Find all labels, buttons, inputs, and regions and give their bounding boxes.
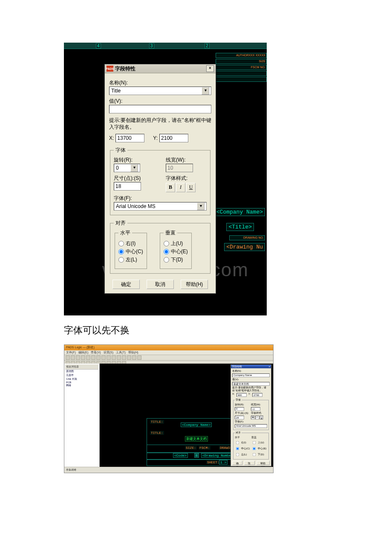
linewidth-label: 线宽(W): [166, 156, 207, 164]
tool-icon[interactable] [117, 356, 121, 360]
h-left-radio[interactable]: 左(L) [235, 452, 250, 457]
underline-button[interactable]: U [259, 416, 263, 419]
menu-item[interactable]: 设置(S) [104, 350, 113, 355]
ruler-tick: 4 [96, 43, 101, 49]
h-right-radio[interactable]: 右(I) [118, 240, 143, 247]
cancel-button[interactable]: 取消 [244, 461, 254, 465]
tool-icon[interactable] [107, 356, 111, 360]
x-input[interactable] [115, 134, 144, 142]
tool-icon[interactable] [71, 356, 75, 360]
y-input[interactable] [252, 393, 262, 397]
v-down-radio[interactable]: 下(D) [164, 256, 188, 263]
tool-icon[interactable] [76, 356, 80, 360]
menu-item[interactable]: 工具(T) [116, 350, 126, 355]
app-titlebar[interactable]: PADS Logic — (新建) [64, 345, 273, 350]
tree-node[interactable]: 元器件 [65, 373, 98, 377]
tool-icon[interactable] [66, 356, 70, 360]
fontstyle-label: 字体样式: [166, 175, 207, 182]
italic-button[interactable]: I [176, 183, 185, 192]
tree-node[interactable]: 网络 [65, 384, 98, 387]
menu-item[interactable]: 编辑(E) [78, 350, 88, 355]
tool-icon[interactable] [122, 356, 126, 360]
h-align-legend: 水平 [118, 229, 132, 237]
tree-node[interactable]: 原理图 [65, 370, 98, 373]
close-icon[interactable]: × [268, 365, 270, 368]
ruler-tick: 3 [149, 43, 154, 49]
drawing-placeholder: <Drawing Numbe [201, 453, 232, 458]
name-combo[interactable]: Title ▾ [109, 87, 211, 95]
v-center-radio[interactable]: 中心(E) [164, 248, 188, 255]
dialog-title: 字段特性 [115, 65, 206, 72]
fontface-combo[interactable]: Arial Unicode MS [235, 424, 267, 428]
tool-icon[interactable] [127, 356, 131, 360]
tool-icon[interactable] [86, 356, 90, 360]
y-input[interactable] [159, 134, 188, 142]
menu-item[interactable]: 文件(F) [66, 350, 76, 355]
menu-bar[interactable]: 文件(F) 编辑(E) 查看(V) 设置(S) 工具(T) 帮助(H) [64, 350, 273, 355]
fontface-label: 字体(F): [114, 195, 207, 202]
help-button[interactable]: 帮助(H) [181, 280, 208, 289]
tool-icon[interactable] [91, 356, 95, 360]
label-title2: TITLE: [150, 431, 164, 435]
help-button[interactable]: 帮助(H) [257, 461, 270, 465]
name-combo[interactable]: Company Name [232, 373, 270, 377]
v-down-radio[interactable]: 下(D) [251, 452, 266, 457]
dropdown-arrow-icon[interactable]: ▾ [197, 202, 205, 210]
dropdown-arrow-icon[interactable]: ▾ [130, 164, 138, 172]
tree-node[interactable]: CAE 封装 [65, 377, 98, 381]
value-input[interactable] [109, 105, 211, 113]
size-input[interactable] [235, 416, 244, 419]
close-button[interactable]: × [206, 65, 214, 72]
italic-button[interactable]: I [255, 416, 259, 419]
toolbar-1[interactable] [64, 355, 273, 361]
fontface-combo[interactable]: Arial Unicode MS ▾ [114, 202, 207, 211]
h-left-radio[interactable]: 左(L) [118, 256, 143, 263]
cad-canvas[interactable]: TITLE: <Company Name> TITLE: 新建文本文档 SIZE… [100, 364, 273, 468]
label-size: SIZE: [185, 446, 197, 450]
h-align-group: 水平 右(I) 中心(C) 左(L) [115, 229, 147, 269]
h-right-radio[interactable]: 右(I) [235, 440, 250, 445]
mini-dialog-titlebar[interactable]: 字段特性 × [231, 365, 271, 368]
underline-button[interactable]: U [186, 183, 196, 192]
cancel-button[interactable]: 取消 [147, 280, 174, 289]
h-center-radio[interactable]: 中心(C) [118, 248, 143, 255]
dialog-titlebar[interactable]: PADS 字段特性 × [105, 64, 216, 73]
v-up-radio[interactable]: 上(U) [164, 240, 188, 247]
menu-item[interactable]: 查看(V) [91, 350, 101, 355]
cad-company-placeholder: <Company Name> [214, 208, 265, 216]
label-fscm: FSCM: [199, 446, 210, 450]
field-properties-dialog: PADS 字段特性 × 名称(N): Title ▾ 值(V): 提示:要创建新… [104, 64, 216, 294]
tool-icon[interactable] [101, 356, 106, 360]
tb-dwg-header: DRAWING NO. [229, 235, 265, 240]
dropdown-arrow-icon[interactable]: ▾ [202, 87, 209, 95]
code-placeholder: <Code> [173, 453, 188, 458]
size-input[interactable] [114, 182, 141, 191]
tool-icon[interactable] [112, 356, 116, 360]
tb-header: AUTHORXXX XXXXX [216, 53, 267, 58]
h-center-radio[interactable]: 中心(C) [235, 446, 250, 451]
align-group: 对齐 水平 右(I) 中心(C) 左(L) 垂直 上(U) 中心(E) 下( [110, 220, 210, 274]
tool-icon[interactable] [137, 356, 141, 360]
tool-icon[interactable] [81, 356, 85, 360]
name-combo-value: Title [111, 88, 121, 94]
x-input[interactable] [236, 393, 247, 397]
ruler-tick: 2 [205, 43, 210, 49]
project-browser-header: 项目浏览器 [65, 364, 98, 370]
ok-button[interactable]: 确定 [232, 461, 242, 465]
tool-icon[interactable] [96, 356, 101, 360]
project-browser[interactable]: 项目浏览器 原理图 元器件 CAE 封装 PCB 网络 [64, 364, 100, 468]
rotation-combo[interactable]: 0 [235, 407, 244, 411]
v-center-radio[interactable]: 中心(E) [251, 446, 266, 451]
font-group: 字体 旋转(R): 0 ▾ 尺寸(点):(S) 线宽(W): [110, 147, 210, 215]
value-input[interactable]: 新建文本文档 [232, 382, 270, 386]
v-up-radio[interactable]: 上(U) [251, 440, 266, 445]
bold-button[interactable]: B [251, 416, 255, 419]
y-label: Y: [153, 135, 158, 141]
rotation-combo[interactable]: 0 ▾ [114, 164, 140, 172]
tool-icon[interactable] [132, 356, 136, 360]
sheet-value: 1 > [219, 460, 228, 465]
ok-button[interactable]: 确定 [112, 280, 140, 289]
menu-item[interactable]: 帮助(H) [128, 350, 138, 355]
bold-button[interactable]: B [166, 183, 175, 192]
rotation-label: 旋转(R): [114, 156, 155, 164]
